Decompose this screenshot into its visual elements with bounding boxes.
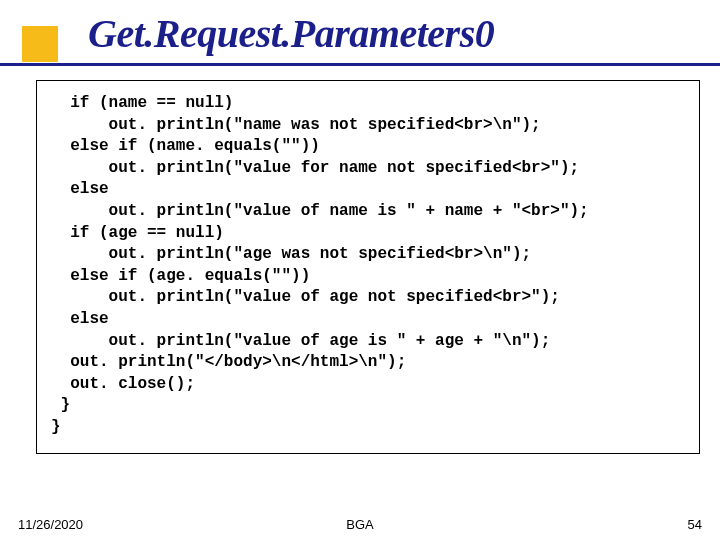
footer: 11/26/2020 BGA 54 [0,517,720,532]
code-block: if (name == null) out. println("name was… [36,80,700,454]
slide-title: Get.Request.Parameters0 [88,10,720,57]
footer-center: BGA [0,517,720,532]
title-rule [0,63,720,66]
accent-square [22,26,58,62]
